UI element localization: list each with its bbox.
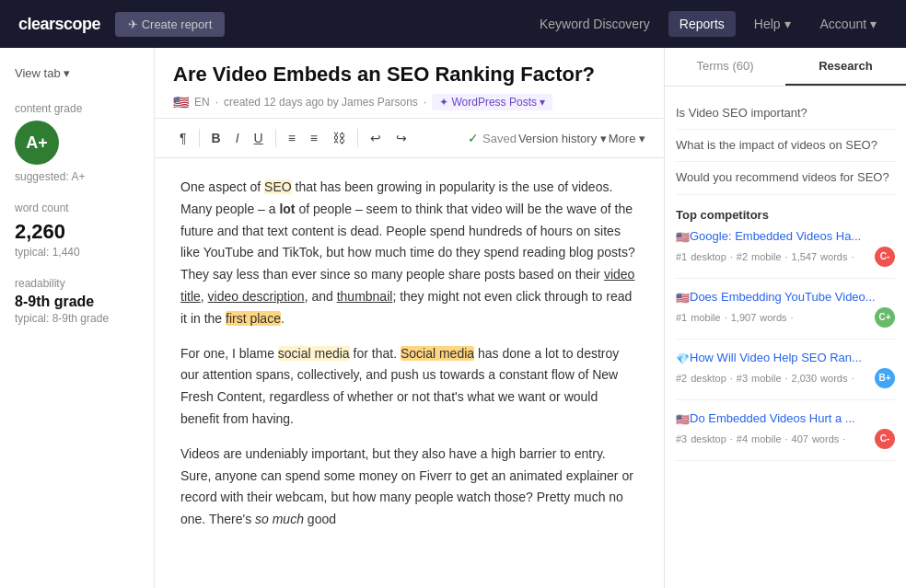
competitor-flag-4: 🇺🇸 — [676, 413, 690, 426]
words-2: 1,907 — [731, 312, 757, 323]
main-editor: Are Video Embeds an SEO Ranking Factor? … — [155, 48, 665, 588]
social-media-highlight-2: Social media — [401, 346, 474, 361]
doc-lang: EN — [194, 96, 210, 109]
readability-value: 8-9th grade — [15, 294, 139, 310]
competitor-meta-1: #1 desktop · #2 mobile · 1,547 words · C… — [676, 247, 895, 267]
create-report-button[interactable]: ✈ Create report — [115, 12, 225, 37]
competitor-item-2: 🇺🇸 Does Embedding YouTube Video... #1 mo… — [676, 290, 895, 340]
unordered-list-button[interactable]: ≡ — [304, 126, 324, 150]
reports-link[interactable]: Reports — [668, 11, 736, 37]
navigation: clearscope ✈ Create report Keyword Disco… — [0, 0, 906, 48]
rank2-label-4: #4 — [737, 433, 748, 444]
saved-indicator: ✓ Saved — [468, 131, 517, 145]
competitor-row-2: 🇺🇸 Does Embedding YouTube Video... — [676, 290, 895, 307]
so-much-italic: so much — [255, 512, 304, 526]
word-count-value: 2,260 — [15, 220, 139, 244]
competitor-row-1: 🇺🇸 Google: Embedded Videos Ha... — [676, 229, 895, 247]
logo: clearscope — [18, 15, 100, 34]
tab-research[interactable]: Research — [785, 48, 906, 86]
competitor-grade-4: C- — [875, 429, 895, 449]
competitor-flag-3: 💎 — [676, 352, 690, 365]
redo-button[interactable]: ↪ — [389, 126, 413, 150]
underline-button[interactable]: U — [248, 126, 270, 150]
saved-checkmark-icon: ✓ — [468, 131, 479, 145]
view-tab-button[interactable]: View tab ▾ — [15, 66, 70, 80]
competitor-link-3[interactable]: How Will Video Help SEO Ran... — [690, 351, 862, 364]
rank2-type-3: mobile — [751, 373, 781, 384]
italic-button[interactable]: I — [229, 126, 246, 150]
competitor-flag-2: 🇺🇸 — [676, 292, 690, 305]
help-link[interactable]: Help ▾ — [743, 11, 802, 37]
keyword-discovery-link[interactable]: Keyword Discovery — [528, 11, 661, 37]
ordered-list-button[interactable]: ≡ — [282, 126, 302, 150]
typical-readability: typical: 8-9th grade — [15, 312, 139, 325]
more-button[interactable]: More ▾ — [609, 132, 645, 145]
rank1-type-1: desktop — [691, 251, 726, 262]
right-panel: Terms (60) Research Is Video SEO importa… — [665, 48, 906, 588]
bold-button[interactable]: B — [205, 126, 227, 150]
grade-badge: A+ — [15, 121, 59, 165]
meta-separator2: · — [424, 96, 426, 109]
toolbar-divider-1 — [199, 129, 200, 147]
words-4: 407 — [792, 433, 808, 444]
rank2-type-1: mobile — [751, 251, 781, 262]
competitor-flag-1: 🇺🇸 — [676, 231, 690, 244]
paragraph-1: One aspect of SEO that has been growing … — [180, 177, 638, 330]
word-count-label: word count — [15, 202, 139, 214]
video-description-underline: video description — [208, 289, 305, 304]
sidebar: View tab ▾ content grade A+ suggested: A… — [0, 48, 155, 588]
first-place-highlight: first place — [226, 311, 281, 326]
editor-content[interactable]: One aspect of SEO that has been growing … — [155, 158, 664, 588]
panel-tabs: Terms (60) Research — [665, 48, 906, 86]
research-question-3: Would you recommend videos for SEO? — [676, 162, 895, 194]
toolbar-divider-3 — [357, 129, 358, 147]
rank2-label-3: #3 — [737, 373, 748, 384]
editor-header: Are Video Embeds an SEO Ranking Factor? … — [155, 48, 664, 119]
tab-terms[interactable]: Terms (60) — [665, 48, 785, 86]
competitor-link-4[interactable]: Do Embedded Videos Hurt a ... — [690, 411, 855, 425]
version-history-button[interactable]: Version history ▾ — [518, 132, 607, 145]
research-question-1: Is Video SEO important? — [676, 98, 895, 130]
competitor-meta-2: #1 mobile · 1,907 words · C+ — [676, 307, 895, 328]
readability-section: readability 8-9th grade typical: 8-9th g… — [15, 277, 139, 325]
paragraph-button[interactable]: ¶ — [173, 126, 193, 150]
paragraph-3: Videos are undeniably important, but the… — [180, 444, 638, 531]
competitor-meta-3: #2 desktop · #3 mobile · 2,030 words · B… — [676, 368, 895, 388]
rank1-label-3: #2 — [676, 373, 687, 384]
research-question-2: What is the impact of videos on SEO? — [676, 130, 895, 162]
rank2-type-4: mobile — [751, 433, 781, 444]
competitor-item-1: 🇺🇸 Google: Embedded Videos Ha... #1 desk… — [676, 229, 895, 279]
word-count-section: word count 2,260 typical: 1,440 — [15, 202, 139, 259]
competitor-row-4: 🇺🇸 Do Embedded Videos Hurt a ... — [676, 411, 895, 429]
competitor-grade-3: B+ — [875, 368, 895, 388]
toolbar-divider-2 — [275, 129, 276, 147]
competitor-link-1[interactable]: Google: Embedded Videos Ha... — [690, 229, 861, 243]
flag-icon: 🇺🇸 — [173, 95, 189, 110]
competitor-grade-1: C- — [875, 247, 895, 267]
rank1-label-2: #1 — [676, 312, 687, 323]
competitor-row-3: 💎 How Will Video Help SEO Ran... — [676, 351, 895, 368]
rank2-label-1: #2 — [737, 251, 748, 262]
meta-separator: · — [215, 96, 218, 109]
doc-created-meta: created 12 days ago by James Parsons — [224, 96, 418, 109]
undo-button[interactable]: ↩ — [364, 126, 388, 150]
content-grade-section: content grade A+ suggested: A+ — [15, 102, 139, 183]
top-competitors-title: Top competitors — [676, 208, 895, 222]
paragraph-2: For one, I blame social media for that. … — [180, 343, 638, 431]
wordpress-badge[interactable]: ✦ WordPress Posts ▾ — [432, 94, 552, 110]
panel-content: Is Video SEO important? What is the impa… — [665, 86, 906, 588]
link-button[interactable]: ⛓ — [326, 126, 352, 150]
thumbnail-underline: thumbnail — [337, 289, 393, 304]
words-1: 1,547 — [792, 251, 818, 262]
social-media-highlight-1: social media — [278, 346, 350, 361]
rank1-label-1: #1 — [676, 251, 687, 262]
rank1-type-4: desktop — [691, 433, 726, 444]
document-title[interactable]: Are Video Embeds an SEO Ranking Factor? — [173, 63, 645, 86]
account-link[interactable]: Account ▾ — [809, 11, 888, 37]
nav-links: Keyword Discovery Reports Help ▾ Account… — [528, 11, 888, 37]
lot-bold: lot — [279, 202, 295, 216]
rank1-label-4: #3 — [676, 433, 687, 444]
seo-highlight: SEO — [264, 179, 292, 194]
readability-label: readability — [15, 277, 139, 290]
competitor-link-2[interactable]: Does Embedding YouTube Video... — [690, 290, 876, 304]
